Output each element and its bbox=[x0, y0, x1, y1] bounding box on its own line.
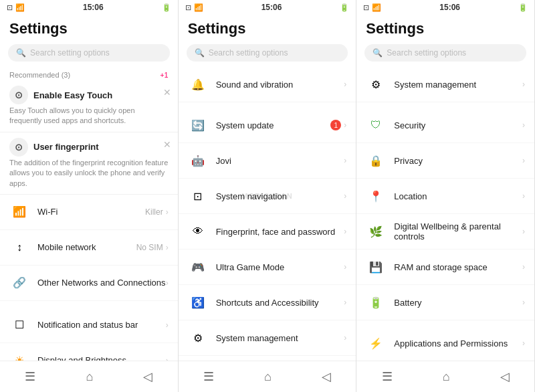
other-networks-icon: 🔗 bbox=[9, 273, 29, 293]
sysmgmt3-icon: ⚙ bbox=[366, 74, 386, 94]
status-bar-1: ⊡ 📶 15:06 🔋 bbox=[0, 0, 178, 15]
spacer-2a bbox=[179, 102, 356, 108]
setting-wifi-label: Wi-Fi bbox=[37, 207, 145, 217]
chevron-location: › bbox=[522, 191, 525, 201]
settings-list-1: Recommended (3) +1 ⊙ Enable Easy Touch E… bbox=[0, 67, 178, 361]
panel-content-1: Settings 🔍 Search setting options Recomm… bbox=[0, 15, 178, 361]
setting-location-label: Location bbox=[394, 191, 522, 201]
setting-sound[interactable]: 🔔 Sound and vibration › bbox=[179, 67, 356, 102]
panel-title-3: Settings bbox=[356, 15, 534, 41]
setting-security3[interactable]: 🛡 Security › bbox=[356, 108, 534, 143]
chevron-wifi: › bbox=[166, 207, 169, 217]
setting-sysnav-label: System navigation bbox=[216, 191, 344, 201]
search-icon-3: 🔍 bbox=[372, 48, 383, 58]
setting-sysnav[interactable]: ⊡ System navigation › bbox=[179, 179, 356, 214]
status-bar-3: ⊡ 📶 15:06 🔋 bbox=[356, 0, 534, 15]
nav-menu-1[interactable]: ☰ bbox=[14, 367, 46, 387]
chevron-shortcuts: › bbox=[344, 298, 346, 307]
nav-back-3[interactable]: ◁ bbox=[490, 367, 520, 387]
setting-shortcuts-label: Shortcuts and Accessibility bbox=[216, 298, 344, 308]
setting-gamemode[interactable]: 🎮 Ultra Game Mode › bbox=[179, 250, 356, 285]
setting-sound-label: Sound and vibration bbox=[216, 80, 344, 90]
chevron-display: › bbox=[166, 356, 169, 361]
shortcuts-icon: ♿ bbox=[188, 292, 208, 312]
chevron-jovi: › bbox=[344, 156, 346, 165]
privacy3-icon: 🔒 bbox=[366, 151, 386, 171]
battery-icon-2: 🔋 bbox=[340, 3, 349, 12]
setting-apps[interactable]: ⚡ Applications and Permissions › bbox=[356, 326, 534, 361]
setting-mobile-network[interactable]: ↕ Mobile network No SIM › bbox=[0, 230, 178, 266]
status-icons-right-2: 🔋 bbox=[340, 3, 349, 12]
plus-badge: +1 bbox=[160, 71, 169, 79]
chevron-privacy3: › bbox=[522, 156, 525, 165]
jovi-icon: 🤖 bbox=[188, 151, 208, 171]
nav-home-3[interactable]: ⌂ bbox=[432, 367, 461, 387]
display-icon: ☀ bbox=[9, 351, 29, 361]
wifi-icon-3: 📶 bbox=[372, 3, 381, 12]
rec-close-1[interactable]: ✕ bbox=[163, 87, 171, 98]
apps-icon: ⚡ bbox=[366, 333, 386, 353]
setting-location[interactable]: 📍 Location › bbox=[356, 179, 534, 214]
nav-home-1[interactable]: ⌂ bbox=[75, 367, 104, 387]
setting-ram[interactable]: 💾 RAM and storage space › bbox=[356, 250, 534, 285]
nav-menu-2[interactable]: ☰ bbox=[193, 367, 225, 387]
panel-1: ⊡ 📶 15:06 🔋 Settings 🔍 Search setting op… bbox=[0, 0, 179, 392]
notification-icon: ☐ bbox=[9, 315, 29, 335]
location-icon: 📍 bbox=[366, 186, 386, 206]
sysnav-icon: ⊡ bbox=[188, 186, 208, 206]
panel-2: MOBIGYAAN ⊡ 📶 15:06 🔋 Settings 🔍 Search … bbox=[179, 0, 357, 392]
setting-sysmgmt3[interactable]: ⚙ System management › bbox=[356, 67, 534, 102]
rec-item-1[interactable]: ⊙ Enable Easy Touch Easy Touch allows yo… bbox=[0, 80, 178, 132]
rec-item-2[interactable]: ⊙ User fingerprint The addition of the f… bbox=[0, 132, 178, 195]
setting-other-label: Other Networks and Connections bbox=[37, 278, 166, 288]
setting-privacy3-label: Privacy bbox=[394, 156, 522, 166]
setting-display[interactable]: ☀ Display and Brightness › bbox=[0, 343, 178, 361]
wifi-icon: 📶 bbox=[15, 3, 25, 12]
search-bar-2[interactable]: 🔍 Search setting options bbox=[187, 44, 348, 62]
setting-sysupdate-label: System update bbox=[216, 120, 331, 130]
setting-other-networks[interactable]: 🔗 Other Networks and Connections › bbox=[0, 266, 178, 301]
setting-mobile-value: No SIM bbox=[136, 243, 163, 252]
setting-notification[interactable]: ☐ Notification and status bar › bbox=[0, 308, 178, 343]
time-3: 15:06 bbox=[439, 3, 460, 12]
nav-back-2[interactable]: ◁ bbox=[311, 367, 342, 387]
chevron-ram: › bbox=[522, 262, 525, 272]
mobile-network-icon: ↕ bbox=[9, 237, 29, 258]
setting-wifi[interactable]: 📶 Wi-Fi Killer › bbox=[0, 195, 178, 230]
chevron-sysnav: › bbox=[344, 191, 346, 201]
setting-sysupdate[interactable]: 🔄 System update 1 › bbox=[179, 108, 356, 143]
rec-icon-1: ⊙ bbox=[9, 86, 28, 104]
rec-desc-1: Easy Touch allows you to quickly open fr… bbox=[9, 106, 169, 126]
setting-fingerprint[interactable]: 👁 Fingerprint, face and password › bbox=[179, 214, 356, 250]
status-icons-right-3: 🔋 bbox=[518, 3, 528, 12]
chevron-wellbeing: › bbox=[522, 227, 525, 236]
fingerprint-icon: 👁 bbox=[188, 221, 208, 241]
nav-menu-3[interactable]: ☰ bbox=[371, 367, 403, 387]
setting-battery[interactable]: 🔋 Battery › bbox=[356, 285, 534, 320]
nav-home-2[interactable]: ⌂ bbox=[253, 367, 282, 387]
time-1: 15:06 bbox=[83, 3, 104, 12]
setting-sysmgmt2[interactable]: ⚙ System management › bbox=[179, 320, 356, 356]
spacer-2b bbox=[179, 356, 356, 361]
gamemode-icon: 🎮 bbox=[188, 257, 208, 277]
search-bar-1[interactable]: 🔍 Search setting options bbox=[8, 44, 170, 62]
setting-shortcuts[interactable]: ♿ Shortcuts and Accessibility › bbox=[179, 285, 356, 320]
setting-privacy3[interactable]: 🔒 Privacy › bbox=[356, 143, 534, 179]
sim-icon: ⊡ bbox=[7, 3, 13, 12]
wifi-icon-2: 📶 bbox=[194, 3, 203, 12]
setting-sysmgmt3-label: System management bbox=[394, 80, 522, 90]
status-bar-2: ⊡ 📶 15:06 🔋 bbox=[179, 0, 356, 15]
chevron-sysmgmt3: › bbox=[522, 80, 525, 89]
rec-close-2[interactable]: ✕ bbox=[163, 139, 171, 150]
search-icon-2: 🔍 bbox=[195, 48, 205, 58]
setting-jovi[interactable]: 🤖 Jovi › bbox=[179, 143, 356, 179]
nav-back-1[interactable]: ◁ bbox=[132, 367, 163, 387]
setting-fingerprint-label: Fingerprint, face and password bbox=[216, 227, 344, 237]
chevron-apps: › bbox=[522, 338, 525, 348]
search-bar-3[interactable]: 🔍 Search setting options bbox=[364, 44, 526, 62]
battery-icon-3: 🔋 bbox=[518, 3, 528, 12]
spacer-3b bbox=[356, 320, 534, 326]
setting-wellbeing[interactable]: 🌿 Digital Wellbeing & parental controls … bbox=[356, 214, 534, 250]
spacer-3a bbox=[356, 102, 534, 108]
wifi-setting-icon: 📶 bbox=[9, 202, 29, 222]
